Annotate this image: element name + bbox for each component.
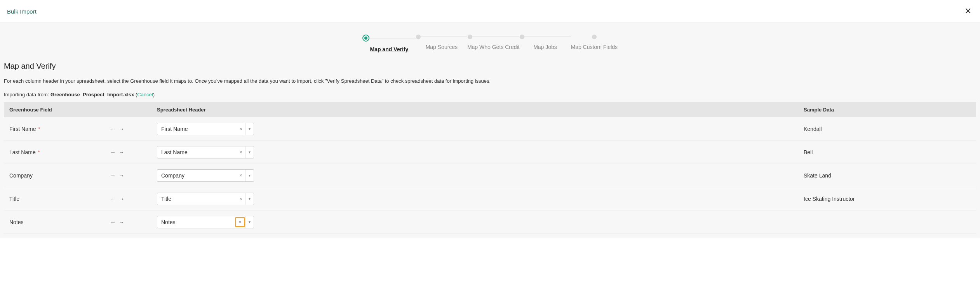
col-header-greenhouse-field: Greenhouse Field bbox=[9, 107, 110, 113]
step-connector bbox=[472, 37, 519, 37]
page-body: Map and Verify For each column header in… bbox=[0, 62, 980, 238]
mapping-arrows-icon: ← → bbox=[110, 172, 157, 179]
step-dot-icon bbox=[468, 35, 472, 39]
table-row: Company← →Company×▾Skate Land bbox=[4, 164, 976, 187]
col-header-arrows bbox=[110, 107, 157, 113]
sample-data-value: Skate Land bbox=[804, 172, 971, 179]
step-label: Map Who Gets Credit bbox=[467, 44, 520, 50]
table-row: First Name *← →First Name×▾Kendall bbox=[4, 117, 976, 141]
header-cell: Notes×▾ bbox=[157, 216, 804, 228]
clear-selection-icon[interactable]: × bbox=[237, 196, 245, 202]
spreadsheet-header-select[interactable]: First Name×▾ bbox=[157, 123, 254, 135]
col-header-sample-data: Sample Data bbox=[804, 107, 971, 113]
clear-selection-icon[interactable]: × bbox=[237, 126, 245, 132]
importing-prefix: Importing data from: bbox=[4, 92, 50, 97]
table-header-row: Greenhouse Field Spreadsheet Header Samp… bbox=[4, 102, 976, 117]
step-connector bbox=[369, 38, 416, 38]
field-name: First Name bbox=[9, 126, 36, 132]
clear-selection-icon[interactable]: × bbox=[235, 217, 245, 227]
step-label: Map Sources bbox=[426, 44, 458, 50]
page-heading: Map and Verify bbox=[4, 62, 976, 71]
step-connector bbox=[421, 37, 467, 37]
col-header-spreadsheet-header: Spreadsheet Header bbox=[157, 107, 804, 113]
spreadsheet-header-select[interactable]: Company×▾ bbox=[157, 169, 254, 182]
mapping-table: Greenhouse Field Spreadsheet Header Samp… bbox=[4, 102, 976, 234]
step-dot-icon bbox=[520, 35, 524, 39]
cancel-link[interactable]: Cancel bbox=[137, 92, 153, 97]
step-label: Map and Verify bbox=[370, 46, 408, 52]
field-name: Title bbox=[9, 196, 19, 202]
chevron-down-icon[interactable]: ▾ bbox=[245, 146, 254, 158]
modal-title: Bulk Import bbox=[7, 8, 37, 15]
field-cell: Company bbox=[9, 172, 110, 179]
header-cell: Company×▾ bbox=[157, 169, 804, 182]
mapping-arrows-icon: ← → bbox=[110, 196, 157, 202]
select-value: Notes bbox=[161, 219, 235, 225]
spreadsheet-header-select[interactable]: Last Name×▾ bbox=[157, 146, 254, 158]
field-name: Notes bbox=[9, 219, 24, 225]
select-value: First Name bbox=[161, 126, 237, 132]
field-name: Company bbox=[9, 172, 33, 179]
importing-filename: Greenhouse_Prospect_Import.xlsx bbox=[50, 92, 134, 97]
mapping-arrows-icon: ← → bbox=[110, 126, 157, 132]
step-map-sources[interactable]: Map Sources bbox=[416, 35, 467, 50]
mapping-arrows-icon: ← → bbox=[110, 149, 157, 155]
step-dot-icon bbox=[592, 35, 597, 39]
chevron-down-icon[interactable]: ▾ bbox=[245, 193, 254, 205]
importing-line: Importing data from: Greenhouse_Prospect… bbox=[4, 92, 976, 97]
chevron-down-icon[interactable]: ▾ bbox=[245, 216, 254, 228]
sample-data-value: Bell bbox=[804, 149, 971, 155]
table-row: Last Name *← →Last Name×▾Bell bbox=[4, 141, 976, 164]
required-indicator: * bbox=[37, 149, 40, 155]
field-cell: First Name * bbox=[9, 126, 110, 132]
sample-data-value: Ice Skating Instructor bbox=[804, 196, 971, 202]
step-dot-icon bbox=[362, 35, 369, 42]
sample-data-value: Kendall bbox=[804, 126, 971, 132]
step-map-custom-fields[interactable]: Map Custom Fields bbox=[571, 35, 618, 50]
step-map-jobs[interactable]: Map Jobs bbox=[520, 35, 571, 50]
select-value: Title bbox=[161, 196, 237, 202]
header-cell: First Name×▾ bbox=[157, 123, 804, 135]
paren-close: ) bbox=[153, 92, 155, 97]
clear-selection-icon[interactable]: × bbox=[237, 172, 245, 178]
header-cell: Title×▾ bbox=[157, 193, 804, 205]
spreadsheet-header-select[interactable]: Title×▾ bbox=[157, 193, 254, 205]
field-cell: Title bbox=[9, 196, 110, 202]
table-row: Title← →Title×▾Ice Skating Instructor bbox=[4, 187, 976, 211]
step-label: Map Custom Fields bbox=[571, 44, 618, 50]
modal-header: Bulk Import ✕ bbox=[0, 0, 980, 23]
step-connector bbox=[524, 37, 571, 37]
spreadsheet-header-select[interactable]: Notes×▾ bbox=[157, 216, 254, 228]
field-name: Last Name bbox=[9, 149, 36, 155]
step-dot-icon bbox=[416, 35, 421, 39]
required-indicator: * bbox=[37, 126, 40, 132]
select-value: Company bbox=[161, 172, 237, 179]
stepper: Map and Verify Map Sources Map Who Gets … bbox=[0, 23, 980, 62]
mapping-arrows-icon: ← → bbox=[110, 219, 157, 225]
chevron-down-icon[interactable]: ▾ bbox=[245, 123, 254, 135]
step-map-and-verify[interactable]: Map and Verify bbox=[362, 35, 416, 52]
clear-selection-icon[interactable]: × bbox=[237, 149, 245, 155]
header-cell: Last Name×▾ bbox=[157, 146, 804, 158]
table-row: Notes← →Notes×▾ bbox=[4, 211, 976, 234]
content-area: Map and Verify Map Sources Map Who Gets … bbox=[0, 23, 980, 238]
field-cell: Notes bbox=[9, 219, 110, 225]
select-value: Last Name bbox=[161, 149, 237, 155]
step-label: Map Jobs bbox=[533, 44, 557, 50]
field-cell: Last Name * bbox=[9, 149, 110, 155]
instruction-text: For each column header in your spreadshe… bbox=[4, 78, 976, 85]
chevron-down-icon[interactable]: ▾ bbox=[245, 170, 254, 181]
close-icon[interactable]: ✕ bbox=[963, 5, 973, 17]
step-map-who-gets-credit[interactable]: Map Who Gets Credit bbox=[467, 35, 520, 50]
